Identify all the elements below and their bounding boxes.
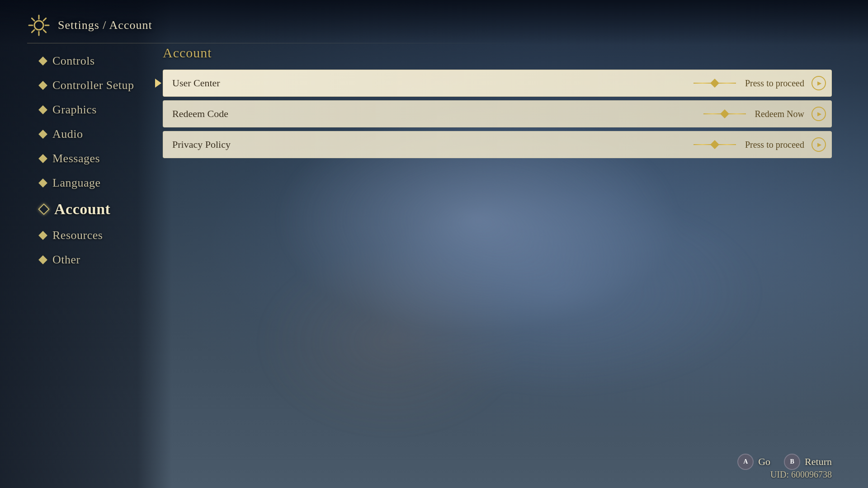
svg-point-0 [34,21,43,30]
row-redeem-code[interactable]: Redeem Code Redeem Now [163,100,832,127]
ornament-line-right [718,83,736,84]
main-content: Account User Center Press to proceed Red… [163,45,832,162]
diamond-icon-controller-setup [38,81,47,90]
sidebar-item-account[interactable]: Account [36,196,138,222]
diamond-icon-account [38,203,49,215]
return-label: Return [805,456,832,468]
row-ornament-user-center [693,80,736,86]
row-selected-arrow [155,79,161,88]
ornament-diamond [710,79,719,88]
sidebar-item-resources[interactable]: Resources [36,224,138,247]
ornament-line-right-3 [718,144,736,145]
header-title: Settings / Account [58,19,152,32]
row-user-center[interactable]: User Center Press to proceed [163,70,832,97]
sidebar: Controls Controller Setup Graphics Audio… [36,50,138,271]
row-privacy-policy[interactable]: Privacy Policy Press to proceed [163,131,832,158]
return-button-group[interactable]: B Return [784,454,832,470]
row-label-privacy-policy: Privacy Policy [163,139,693,150]
bottom-controls: A Go B Return [737,454,832,470]
diamond-icon-language [38,178,47,188]
ornament-line-right-2 [728,113,746,114]
row-action-redeem-code: Redeem Now [755,109,804,119]
header: Settings / Account [27,14,152,37]
ornament-line-left [693,83,712,84]
row-label-user-center: User Center [163,77,693,89]
sidebar-item-language[interactable]: Language [36,172,138,194]
sidebar-label-account: Account [54,201,110,218]
row-label-redeem-code: Redeem Code [163,108,703,120]
svg-line-5 [32,18,34,21]
gear-icon [27,14,51,37]
ornament-line-left-3 [693,144,712,145]
sidebar-item-messages[interactable]: Messages [36,147,138,170]
uid-text: UID: 600096738 [770,469,832,480]
row-chevron-privacy-policy [811,137,826,152]
sidebar-label-controls: Controls [52,54,95,68]
row-ornament-privacy-policy [693,141,736,148]
sidebar-label-controller-setup: Controller Setup [52,79,134,92]
section-title: Account [163,45,832,61]
b-button[interactable]: B [784,454,800,470]
a-button[interactable]: A [737,454,754,470]
diamond-icon-controls [38,56,47,66]
sidebar-label-graphics: Graphics [52,103,97,117]
row-chevron-user-center [811,76,826,90]
sidebar-label-other: Other [52,253,80,267]
svg-line-6 [43,30,46,33]
ornament-line-left-2 [703,113,722,114]
row-action-user-center: Press to proceed [745,78,804,89]
row-ornament-redeem-code [703,111,746,117]
row-action-privacy-policy: Press to proceed [745,140,804,150]
sidebar-label-resources: Resources [52,229,103,242]
diamond-icon-resources [38,231,47,240]
row-chevron-redeem-code [811,107,826,121]
diamond-icon-audio [38,130,47,139]
go-button-group[interactable]: A Go [737,454,770,470]
sidebar-item-graphics[interactable]: Graphics [36,99,138,121]
svg-line-7 [43,18,46,21]
sidebar-item-other[interactable]: Other [36,249,138,271]
sidebar-label-messages: Messages [52,152,100,165]
diamond-icon-messages [38,154,47,163]
sidebar-label-audio: Audio [52,127,83,141]
sidebar-item-controller-setup[interactable]: Controller Setup [36,74,138,97]
svg-line-8 [32,30,34,33]
ornament-diamond-3 [710,140,719,149]
sidebar-item-controls[interactable]: Controls [36,50,138,72]
diamond-icon-other [38,255,47,264]
ornament-diamond-2 [720,109,729,118]
go-label: Go [758,456,770,468]
header-divider [27,43,868,43]
sidebar-item-audio[interactable]: Audio [36,123,138,145]
sidebar-label-language: Language [52,176,101,190]
diamond-icon-graphics [38,105,47,114]
